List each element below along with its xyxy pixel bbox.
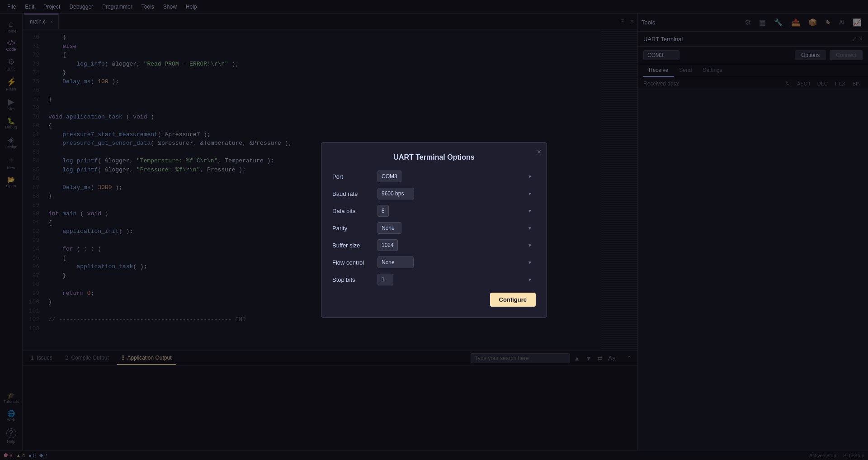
right-panel: Tools ⚙ ▤ 🔧 📤 📦 ✎ AI 📈 UART Terminal ⤢ × [637, 14, 868, 450]
uart-options-modal: UART Terminal Options × Port COM1 COM2 C… [638, 32, 868, 450]
uart-panel: UART Terminal ⤢ × Options Connect Receiv… [638, 32, 868, 450]
